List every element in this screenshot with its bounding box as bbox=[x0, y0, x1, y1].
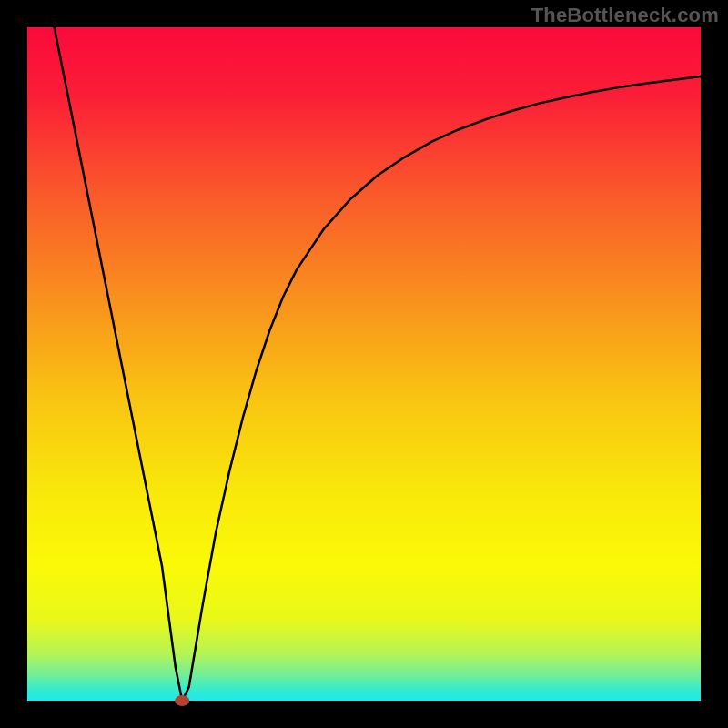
watermark-text: TheBottleneck.com bbox=[531, 4, 719, 27]
plot-background bbox=[27, 27, 701, 701]
bottleneck-chart bbox=[0, 0, 728, 728]
optimum-marker bbox=[175, 695, 189, 706]
chart-frame: TheBottleneck.com bbox=[0, 0, 728, 728]
